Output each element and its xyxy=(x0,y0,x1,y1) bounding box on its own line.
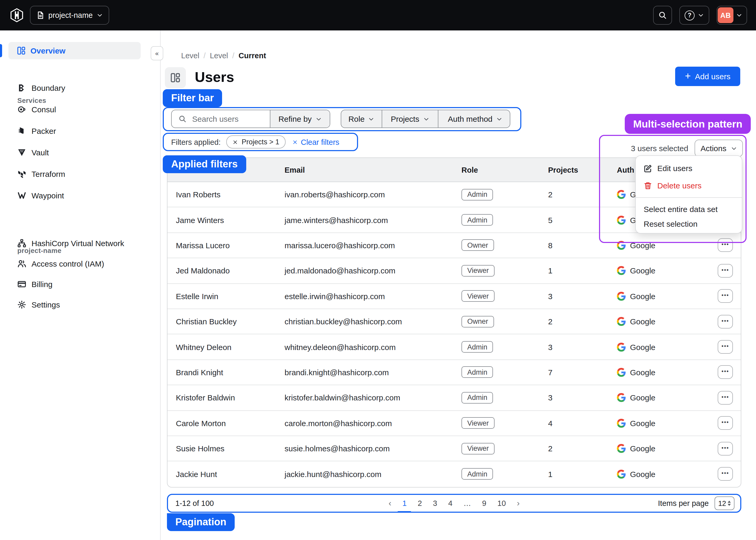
menu-item-edit-users[interactable]: Edit users xyxy=(636,160,742,177)
filter-dropdown-auth-method[interactable]: Auth method xyxy=(438,110,510,128)
table-row: Susie Holmessusie.holmes@hashicorp.comVi… xyxy=(168,436,741,462)
cell-name: Jame Winters xyxy=(168,215,276,224)
help-menu-button[interactable]: ? xyxy=(680,6,709,25)
row-actions-button[interactable]: ••• xyxy=(718,467,733,481)
project-selector[interactable]: project-name xyxy=(30,6,109,25)
cell-email: whitney.deleon@hashicorp.com xyxy=(276,342,453,351)
google-icon xyxy=(617,241,626,250)
pagination-next[interactable]: › xyxy=(517,498,520,508)
filter-dropdown-role[interactable]: Role xyxy=(341,110,382,128)
pagination-prev[interactable]: ‹ xyxy=(388,498,391,508)
sidebar-item-label: Access control (IAM) xyxy=(32,259,104,268)
app-window: project-name ? AB Overview Services xyxy=(0,0,756,540)
waypoint-icon xyxy=(17,191,26,200)
sidebar-item-packer[interactable]: Packer xyxy=(8,123,150,139)
breadcrumb-level-2[interactable]: Level xyxy=(210,52,228,60)
sidebar-item-vault[interactable]: Vault xyxy=(8,144,150,160)
table-row: Jackie Huntjackie.hunt@hashicorp.comAdmi… xyxy=(168,462,741,487)
stepper-carets-icon xyxy=(728,501,731,506)
row-actions-button[interactable]: ••• xyxy=(718,340,733,354)
add-users-button[interactable]: + Add users xyxy=(675,67,740,86)
role-badge: Viewer xyxy=(461,443,495,454)
account-menu-button[interactable]: AB xyxy=(717,6,747,25)
actions-button[interactable]: Actions xyxy=(694,140,743,157)
pagination-page-2[interactable]: 2 xyxy=(418,499,422,507)
top-nav-right: ? AB xyxy=(653,6,747,25)
credit-card-icon xyxy=(17,279,26,288)
cell-auth-method: Google xyxy=(608,266,690,275)
sidebar-item-billing[interactable]: Billing xyxy=(8,276,150,292)
sidebar-item-boundary[interactable]: Boundary xyxy=(8,80,150,95)
cell-role: Viewer xyxy=(453,443,540,454)
column-header-projects: Projects xyxy=(540,166,608,174)
sidebar-item-hashicorp-virtual-network[interactable]: HashiCorp Virtual Network xyxy=(8,235,150,251)
refine-by-button[interactable]: Refine by xyxy=(270,110,330,128)
search-combo: Refine by xyxy=(171,110,330,128)
auth-method-label: Google xyxy=(630,368,656,377)
pagination-page-3[interactable]: 3 xyxy=(433,499,437,507)
sidebar-item-settings[interactable]: Settings xyxy=(8,297,150,312)
sidebar-item-access-control-iam[interactable]: Access control (IAM) xyxy=(8,256,150,271)
sidebar-item-label: Overview xyxy=(31,46,66,55)
filter-pill-projects[interactable]: Projects > 1 xyxy=(227,135,286,149)
cell-auth-method: Google xyxy=(608,368,690,377)
cell-actions: ••• xyxy=(690,416,741,430)
row-actions-button[interactable]: ••• xyxy=(718,365,733,379)
auth-method-label: Google xyxy=(630,241,656,250)
role-badge: Viewer xyxy=(461,265,495,277)
role-badge: Admin xyxy=(461,214,493,226)
items-per-page-stepper[interactable]: 12 xyxy=(714,496,734,510)
role-badge: Viewer xyxy=(461,417,495,429)
table-row: Whitney Deleonwhitney.deleon@hashicorp.c… xyxy=(168,335,741,360)
global-search-button[interactable] xyxy=(653,6,672,25)
dashboard-icon xyxy=(170,72,181,83)
row-actions-button[interactable]: ••• xyxy=(718,238,733,252)
google-icon xyxy=(617,342,626,351)
filter-dropdown-projects[interactable]: Projects xyxy=(382,110,438,128)
row-actions-button[interactable]: ••• xyxy=(718,289,733,303)
auth-method-label: Google xyxy=(630,266,656,275)
sidebar-item-consul[interactable]: Consul xyxy=(8,101,150,117)
chevron-down-icon xyxy=(315,116,322,122)
sidebar-collapse-button[interactable]: « xyxy=(151,46,163,60)
pagination-page-1[interactable]: 1 xyxy=(402,499,407,507)
role-badge: Admin xyxy=(461,392,493,404)
menu-item-delete-users[interactable]: Delete users xyxy=(636,177,742,194)
menu-item-select-entire-data-set[interactable]: Select entire data set xyxy=(636,202,742,216)
menu-item-reset-selection[interactable]: Reset selection xyxy=(636,216,742,231)
top-nav: project-name ? AB xyxy=(0,0,756,31)
annotation-pagination: Pagination xyxy=(167,513,235,531)
clear-filters-link[interactable]: Clear filters xyxy=(292,138,339,146)
active-indicator xyxy=(0,44,2,57)
cell-email: carole.morton@hashicorp.com xyxy=(276,419,453,427)
sidebar-item-waypoint[interactable]: Waypoint xyxy=(8,187,150,203)
sidebar-item-terraform[interactable]: Terraform xyxy=(8,166,150,182)
row-actions-button[interactable]: ••• xyxy=(718,391,733,405)
cell-projects: 1 xyxy=(540,266,608,275)
pagination-page-9[interactable]: 9 xyxy=(482,499,486,507)
row-actions-button[interactable]: ••• xyxy=(718,442,733,455)
menu-item-label: Reset selection xyxy=(644,219,697,228)
pagination-page-4[interactable]: 4 xyxy=(448,499,452,507)
cell-name: Ivan Roberts xyxy=(168,190,276,199)
google-icon xyxy=(617,419,626,427)
row-actions-button[interactable]: ••• xyxy=(718,315,733,328)
google-icon xyxy=(617,368,626,377)
search-users-input[interactable] xyxy=(191,114,256,124)
items-per-page-label: Items per page xyxy=(658,499,709,507)
role-badge: Admin xyxy=(461,469,493,480)
breadcrumb-level-1[interactable]: Level xyxy=(181,52,199,60)
row-actions-button[interactable]: ••• xyxy=(718,416,733,430)
cell-name: Jackie Hunt xyxy=(168,470,276,478)
cell-name: Jed Maldonado xyxy=(168,266,276,275)
sidebar-item-label: Vault xyxy=(32,148,49,157)
cell-projects: 4 xyxy=(540,419,608,427)
sidebar-item-overview[interactable]: Overview xyxy=(8,42,141,59)
menu-item-label: Edit users xyxy=(657,164,692,173)
cell-role: Viewer xyxy=(453,291,540,302)
row-actions-button[interactable]: ••• xyxy=(718,264,733,278)
filter-dropdown-label: Auth method xyxy=(448,114,493,123)
pagination-page-10[interactable]: 10 xyxy=(498,499,506,507)
chevron-down-icon xyxy=(423,116,429,122)
role-badge: Admin xyxy=(461,366,493,378)
